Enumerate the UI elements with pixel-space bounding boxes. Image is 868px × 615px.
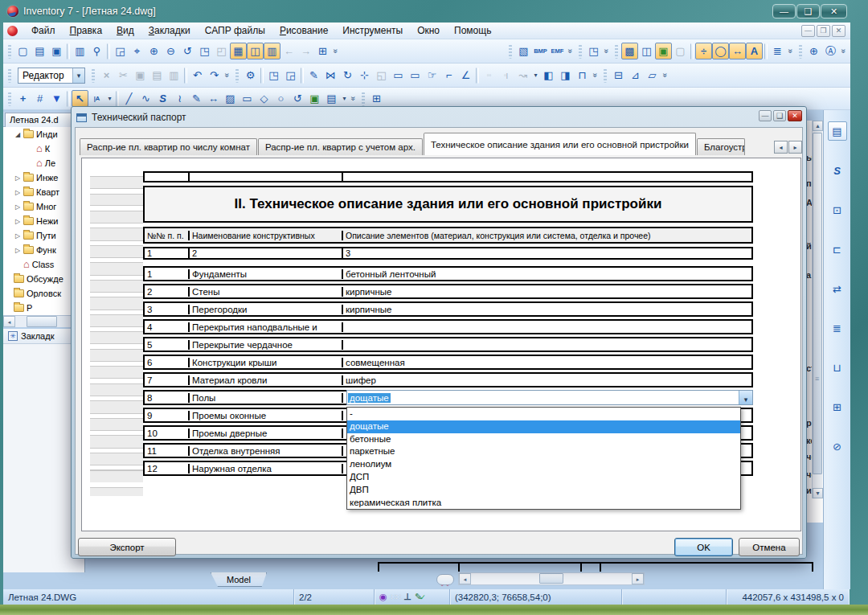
toolbar-overflow-icon[interactable] xyxy=(349,90,358,107)
grid-dots-icon[interactable]: ∷∷ xyxy=(391,593,401,601)
save-file-icon[interactable]: ▣ xyxy=(48,43,65,59)
tab-scroll-left-icon[interactable] xyxy=(774,141,788,154)
tree-expander-icon[interactable]: ▷ xyxy=(15,203,23,211)
open-file-icon[interactable]: ▤ xyxy=(31,43,48,59)
block-attr-icon[interactable]: ⊓ xyxy=(574,67,591,84)
dropdown-option[interactable]: - xyxy=(347,408,740,420)
wrench-icon[interactable]: ⚙ xyxy=(242,67,259,84)
scale-icon[interactable]: ◱ xyxy=(373,67,390,84)
hand-select-icon[interactable]: ☞ xyxy=(424,67,440,84)
dialog-maximize-button[interactable]: ❑ xyxy=(773,110,786,121)
menu-item[interactable]: Рисование xyxy=(272,23,335,38)
array-icon[interactable]: ⊞ xyxy=(828,397,847,416)
table-tool-icon[interactable]: ⊞ xyxy=(368,90,385,107)
region-union-icon[interactable]: ◧ xyxy=(540,67,557,84)
editor-style-combo[interactable]: Редактор xyxy=(18,68,85,84)
scroll-left-icon[interactable]: ◂ xyxy=(3,316,15,327)
zoom-previous-icon[interactable]: ↺ xyxy=(179,43,196,59)
pencil-check-icon[interactable]: ✎ xyxy=(415,592,426,601)
dropdown-option[interactable]: бетонные xyxy=(347,433,740,446)
polygon-tool-icon[interactable]: ◇ xyxy=(256,90,272,107)
clip-new-icon[interactable]: ▭ xyxy=(390,67,407,84)
tab-rooms-distribution[interactable]: Распр-ие пл. квартир по числу комнат xyxy=(80,138,257,155)
toolbar-overflow-icon[interactable] xyxy=(566,43,575,59)
combo-arrow-icon[interactable] xyxy=(72,68,84,83)
dialog-close-button[interactable]: ✕ xyxy=(788,110,802,121)
table-row[interactable]: 3Перегородкикирпичные xyxy=(143,301,753,317)
toolbar-overflow-icon[interactable] xyxy=(223,67,232,84)
tab-scroll-right-icon[interactable] xyxy=(788,141,802,154)
tree-expander-icon[interactable]: ▷ xyxy=(15,218,23,225)
canvas-horizontal-scrollbar[interactable]: ◂ ▸ xyxy=(458,572,645,585)
tree-expander-icon[interactable]: ▷ xyxy=(15,189,23,196)
tab-tech-description[interactable]: Техническое описание здания или его осно… xyxy=(424,133,696,155)
copy-object-icon[interactable]: ◳ xyxy=(265,67,282,84)
pen-tool-icon[interactable]: ✎ xyxy=(188,90,205,107)
block-number-icon[interactable]: ⊡ xyxy=(828,200,847,219)
align-middle-icon[interactable]: ≣ xyxy=(828,318,847,338)
menu-item[interactable]: Правка xyxy=(63,23,110,38)
menu-item[interactable]: Инструменты xyxy=(335,23,410,38)
tab-arch-distribution[interactable]: Распр-ие пл. квартир с учетом арх. xyxy=(258,138,423,155)
view-next-icon[interactable]: ◰ xyxy=(213,43,230,59)
menu-item[interactable]: САПР файлы xyxy=(198,23,272,38)
measure-area-icon[interactable]: ▱ xyxy=(644,67,661,84)
paste-object-icon[interactable]: ◲ xyxy=(282,67,299,84)
axis-circle-icon[interactable]: ⊘ xyxy=(828,437,847,456)
symbols-icon[interactable]: Ⓐ xyxy=(822,43,839,59)
maximize-button[interactable]: ❑ xyxy=(796,4,820,18)
dropdown-option[interactable]: ДВП xyxy=(347,484,740,497)
select-region-icon[interactable]: ▧ xyxy=(515,43,532,59)
arc-tool-icon[interactable]: ↺ xyxy=(289,90,306,107)
zoom-in-icon[interactable]: ⊕ xyxy=(145,43,162,59)
rectangle-tool-icon[interactable]: ▭ xyxy=(239,90,256,107)
back-icon[interactable]: ← xyxy=(280,43,297,59)
swap-arrows-icon[interactable]: ⇄ xyxy=(828,279,847,298)
zoom-object-icon[interactable]: ◲ xyxy=(112,43,129,59)
menu-item[interactable]: Файл xyxy=(24,23,63,38)
zoom-window-icon[interactable]: ⌖ xyxy=(129,43,145,59)
document-tab[interactable]: Летная 24.d xyxy=(5,113,80,127)
text-caret-icon[interactable]: ▾ xyxy=(105,90,114,107)
mdi-minimize-icon[interactable]: — xyxy=(801,25,815,37)
dialog-minimize-button[interactable]: — xyxy=(759,110,772,121)
blocks-tool-icon[interactable]: ▤ xyxy=(323,90,340,107)
dropdown-option[interactable]: ленолиум xyxy=(347,458,740,471)
scroll-up-icon[interactable]: ▲ xyxy=(813,121,823,131)
measure-length-icon[interactable]: ⊟ xyxy=(610,67,627,84)
bracket-icon[interactable]: ⊔ xyxy=(828,358,847,377)
scroll-right-icon[interactable]: ▸ xyxy=(632,573,644,584)
copy-view-icon[interactable]: ◳ xyxy=(585,43,602,59)
view-copy-icon[interactable]: ◳ xyxy=(196,43,213,59)
fillet-icon[interactable]: ⌐ xyxy=(440,67,457,84)
zoom-out-icon[interactable]: ⊖ xyxy=(162,43,179,59)
tree-expander-icon[interactable]: ◢ xyxy=(15,131,23,138)
vertex-move-icon[interactable]: ↝ xyxy=(514,67,531,84)
combobox-dropdown-icon[interactable] xyxy=(739,391,752,404)
osnap-icon[interactable]: ◉ xyxy=(379,592,387,601)
tab-improvements[interactable]: Благоустрой xyxy=(697,138,745,155)
filter-icon[interactable]: ▼ xyxy=(48,90,65,107)
node-size-icon[interactable]: ▫▫ xyxy=(481,67,497,84)
mdi-restore-icon[interactable]: ❐ xyxy=(817,25,830,37)
overview-window-icon[interactable]: ◫ xyxy=(247,43,264,59)
blocks-caret-icon[interactable]: ▾ xyxy=(340,90,349,107)
color-grid-icon[interactable]: ⊞ xyxy=(314,43,331,59)
toolbar-overflow-icon[interactable] xyxy=(331,43,341,59)
undo-icon[interactable]: ↶ xyxy=(189,67,206,84)
table-row[interactable]: 1Фундаментыбетонный ленточный xyxy=(143,266,753,281)
block-edit-icon[interactable]: S xyxy=(828,161,847,180)
freehand-tool-icon[interactable]: ≀ xyxy=(171,90,188,107)
gray-mode-icon[interactable]: ▢ xyxy=(672,43,689,59)
vertex-caret-icon[interactable]: ▾ xyxy=(531,67,540,84)
measure-angle-icon[interactable]: ⊿ xyxy=(627,67,644,84)
toolbar-overflow-icon[interactable] xyxy=(839,43,849,59)
close-button[interactable]: ✕ xyxy=(821,4,847,18)
add-point-icon[interactable]: + xyxy=(14,90,31,107)
scroll-down-icon[interactable]: ▼ xyxy=(813,488,823,498)
redo-icon[interactable]: ↷ xyxy=(206,67,223,84)
divide-icon[interactable]: ÷ xyxy=(695,43,712,59)
select-cursor-icon[interactable]: ↖ xyxy=(72,90,88,107)
emf-export-icon[interactable]: EMF xyxy=(549,43,566,59)
export-button[interactable]: Экспорт xyxy=(78,538,176,556)
